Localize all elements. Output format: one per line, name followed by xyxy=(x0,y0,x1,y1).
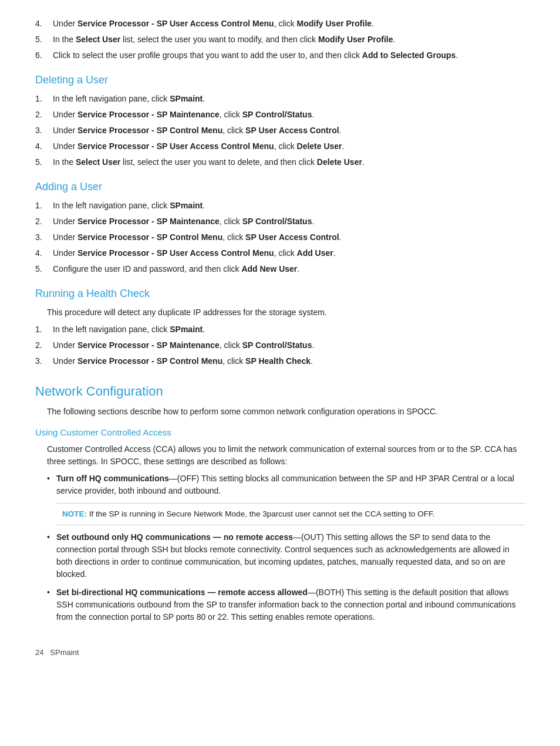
bold-turn-off-hq: Turn off HQ communications xyxy=(56,474,169,483)
bold-select-user-d5: Select User xyxy=(76,157,120,167)
bold-add-new-user: Add New User xyxy=(241,264,297,274)
adding-user-list: In the left navigation pane, click SPmai… xyxy=(35,200,525,275)
footer-label: SPmaint xyxy=(50,648,79,657)
cca-bullet-1: Turn off HQ communications—(OFF) This se… xyxy=(47,472,525,525)
bold-spmaint-h1: SPmaint xyxy=(170,325,203,334)
bold-sp-maintenance-h2: Service Processor - SP Maintenance xyxy=(77,340,220,350)
note-text: If the SP is running in Secure Network M… xyxy=(87,509,435,518)
bold-sp-maintenance-a2: Service Processor - SP Maintenance xyxy=(77,217,220,226)
deleting-user-heading: Deleting a User xyxy=(35,72,525,88)
bold-sp-user-access-control-a3: SP User Access Control xyxy=(245,232,339,242)
bold-select-user-1: Select User xyxy=(76,35,120,44)
bold-delete-user: Delete User xyxy=(297,141,342,151)
bold-sp-control-menu-d3: Service Processor - SP Control Menu xyxy=(77,126,222,135)
add-list-item-2: Under Service Processor - SP Maintenance… xyxy=(47,215,525,228)
bold-sp-control-status-h2: SP Control/Status xyxy=(242,340,312,350)
delete-list-item-2: Under Service Processor - SP Maintenance… xyxy=(47,109,525,121)
bold-sp-health-check: SP Health Check xyxy=(245,356,311,366)
cca-intro: Customer Controlled Access (CCA) allows … xyxy=(35,443,525,468)
network-config-intro: The following sections describe how to p… xyxy=(35,406,525,418)
delete-list-item-4: Under Service Processor - SP User Access… xyxy=(47,140,525,153)
add-list-item-3: Under Service Processor - SP Control Men… xyxy=(47,231,525,244)
cca-heading: Using Customer Controlled Access xyxy=(35,426,525,440)
deleting-user-list: In the left navigation pane, click SPmai… xyxy=(35,93,525,168)
delete-list-item-3: Under Service Processor - SP Control Men… xyxy=(47,124,525,137)
bold-sp-maintenance-d2: Service Processor - SP Maintenance xyxy=(77,110,220,119)
cca-bullet-3: Set bi-directional HQ communications — r… xyxy=(47,586,525,623)
bold-add-user: Add User xyxy=(297,248,333,258)
bold-add-to-selected-groups: Add to Selected Groups xyxy=(362,50,456,60)
bold-sp-control-menu-h3: Service Processor - SP Control Menu xyxy=(77,356,222,366)
bold-modify-user-profile-2: Modify User Profile xyxy=(318,35,393,44)
note-label: NOTE: xyxy=(62,509,87,518)
top-list: Under Service Processor - SP User Access… xyxy=(35,18,525,62)
bold-sp-user-access-control-menu-a4: Service Processor - SP User Access Contr… xyxy=(77,248,274,258)
cca-bullet-list: Turn off HQ communications—(OFF) This se… xyxy=(35,472,525,623)
add-list-item-5: Configure the user ID and password, and … xyxy=(47,263,525,275)
top-list-item-5: In the Select User list, select the user… xyxy=(47,33,525,46)
bold-sp-user-access-control-menu: Service Processor - SP User Access Contr… xyxy=(77,19,274,28)
bold-sp-user-access-control-menu-d4: Service Processor - SP User Access Contr… xyxy=(77,141,274,151)
note-box: NOTE: If the SP is running in Secure Net… xyxy=(56,503,525,525)
hc-list-item-3: Under Service Processor - SP Control Men… xyxy=(47,355,525,367)
health-check-list: In the left navigation pane, click SPmai… xyxy=(35,323,525,367)
bold-sp-control-menu-a3: Service Processor - SP Control Menu xyxy=(77,232,222,242)
bold-set-outbound-hq: Set outbound only HQ communications — no… xyxy=(56,532,293,542)
hc-list-item-1: In the left navigation pane, click SPmai… xyxy=(47,323,525,336)
hc-list-item-2: Under Service Processor - SP Maintenance… xyxy=(47,339,525,352)
delete-list-item-1: In the left navigation pane, click SPmai… xyxy=(47,93,525,105)
health-check-heading: Running a Health Check xyxy=(35,286,525,302)
bold-set-bidirectional-hq: Set bi-directional HQ communications — r… xyxy=(56,588,308,597)
add-list-item-1: In the left navigation pane, click SPmai… xyxy=(47,200,525,212)
bold-spmaint-d1: SPmaint xyxy=(170,94,203,103)
delete-list-item-5: In the Select User list, select the user… xyxy=(47,156,525,168)
cca-bullet-2: Set outbound only HQ communications — no… xyxy=(47,531,525,580)
bold-delete-user-2: Delete User xyxy=(317,157,362,167)
adding-user-heading: Adding a User xyxy=(35,179,525,195)
bold-sp-user-access-control-d3: SP User Access Control xyxy=(245,126,339,135)
health-check-intro: This procedure will detect any duplicate… xyxy=(35,306,525,319)
bold-modify-user-profile: Modify User Profile xyxy=(297,19,372,28)
bold-sp-control-status-a2: SP Control/Status xyxy=(242,217,312,226)
network-config-heading: Network Configuration xyxy=(35,382,525,401)
top-list-item-4: Under Service Processor - SP User Access… xyxy=(47,18,525,30)
bold-spmaint-a1: SPmaint xyxy=(170,201,203,210)
top-list-item-6: Click to select the user profile groups … xyxy=(47,49,525,62)
footer: 24 SPmaint xyxy=(35,647,525,659)
bold-sp-control-status-d2: SP Control/Status xyxy=(242,110,312,119)
footer-page-number: 24 xyxy=(35,648,43,657)
add-list-item-4: Under Service Processor - SP User Access… xyxy=(47,247,525,259)
